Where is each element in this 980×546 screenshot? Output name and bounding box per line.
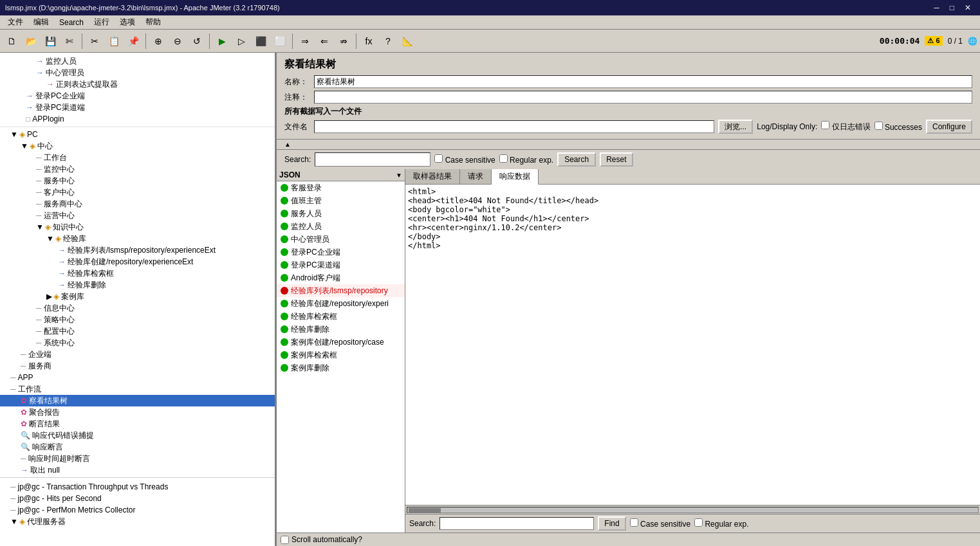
minimize-button[interactable]: ─ (930, 2, 943, 14)
tree-item-fuwushangzhongxin[interactable]: ─ 服务商中心 (0, 198, 275, 210)
tree-item-kehuzhongxin[interactable]: ─ 客户中心 (0, 187, 275, 198)
file-name-input[interactable] (314, 120, 714, 133)
json-list-item[interactable]: 登录PC企业端 (277, 246, 405, 259)
toolbar-templates[interactable]: 📐 (398, 32, 416, 50)
tree-item-applogin[interactable]: □ APPlogin (0, 113, 275, 125)
tree-item-duanyan[interactable]: ✿ 断言结果 (0, 418, 275, 430)
menu-options[interactable]: 选项 (115, 15, 140, 29)
tree-item-zhongxin-mgr[interactable]: → 中心管理员 (0, 67, 275, 78)
scroll-auto-checkbox[interactable] (281, 536, 289, 544)
tree-toggle[interactable]: ▼ (36, 223, 44, 232)
menu-edit[interactable]: 编辑 (28, 15, 54, 29)
toolbar-start[interactable]: ▶ (213, 32, 231, 50)
tree-toggle[interactable]: ▼ (10, 517, 18, 526)
toolbar-expand[interactable]: ⊕ (149, 32, 167, 50)
tab-sampler-result[interactable]: 取样器结果 (405, 169, 460, 184)
tree-item-jpcg3[interactable]: ─ jp@gc - PerfMon Metrics Collector (0, 504, 275, 516)
toolbar-remote-start[interactable]: ⇒ (296, 32, 314, 50)
tree-toggle[interactable]: ▼ (10, 130, 18, 139)
menu-run[interactable]: 运行 (89, 15, 115, 29)
toolbar-open[interactable]: 📂 (22, 32, 40, 50)
toolbar-cut[interactable]: ✂ (86, 32, 104, 50)
tree-item-jiankongzhongxin[interactable]: ─ 监控中心 (0, 163, 275, 175)
toolbar-stop[interactable]: ⬛ (252, 32, 270, 50)
tree-item-juhe[interactable]: ✿ 聚合报告 (0, 406, 275, 418)
tree-item-jingyanku-list[interactable]: → 经验库列表/lsmsp/repository/experienceExt (0, 244, 275, 256)
json-list-item[interactable]: Android客户端 (277, 271, 405, 284)
tree-item-response-assert[interactable]: 🔍 响应断言 (0, 441, 275, 453)
tree-item-anli[interactable]: ▶ ◈ 案例库 (0, 291, 275, 302)
toolbar-toggle[interactable]: ↺ (188, 32, 206, 50)
name-input[interactable] (314, 75, 972, 88)
tree-item-gongzuoliu[interactable]: ─ 工作流 (0, 383, 275, 395)
comment-input[interactable] (314, 91, 972, 104)
search-input[interactable] (315, 152, 430, 167)
tree-item-yunyingzhongxin[interactable]: ─ 运营中心 (0, 210, 275, 221)
json-list-item[interactable]: 服务人员 (277, 207, 405, 220)
tree-item-peizhi[interactable]: ─ 配置中心 (0, 325, 275, 337)
tree-item-jiankong[interactable]: → 监控人员 (0, 55, 275, 67)
toolbar-function-helper[interactable]: fx (360, 32, 378, 50)
json-list-item[interactable]: 案例库检索框 (277, 349, 405, 361)
toolbar-copy[interactable]: 📋 (105, 32, 123, 50)
json-dropdown-arrow[interactable]: ▼ (396, 172, 402, 179)
tree-toggle[interactable]: ▶ (46, 292, 52, 301)
menu-help[interactable]: 帮助 (140, 15, 166, 29)
maximize-button[interactable]: □ (946, 2, 958, 14)
tree-item-login-pc[interactable]: → 登录PC企业端 (0, 90, 275, 102)
tree-item-zhishizhongxin[interactable]: ▼ ◈ 知识中心 (0, 221, 275, 233)
find-button[interactable]: Find (598, 516, 625, 531)
bottom-case-checkbox[interactable] (630, 518, 638, 527)
json-list-item[interactable]: 客服登录 (277, 181, 405, 194)
toolbar-collapse[interactable]: ⊖ (169, 32, 187, 50)
tree-item-xinxi[interactable]: ─ 信息中心 (0, 302, 275, 314)
json-list-item[interactable]: 案例库创建/repository/case (277, 336, 405, 349)
tree-toggle[interactable]: ▼ (21, 141, 28, 150)
browse-button[interactable]: 浏览... (718, 120, 753, 134)
json-list-item[interactable]: 经验库创建/repository/experi (277, 297, 405, 310)
tree-item-fuwuzhongxin[interactable]: ─ 服务中心 (0, 175, 275, 187)
tree-item-response-code[interactable]: 🔍 响应代码错误捕提 (0, 430, 275, 441)
reset-button[interactable]: Reset (600, 152, 633, 167)
tree-item-jingyanku-search[interactable]: → 经验库检索框 (0, 268, 275, 279)
tree-item-jpcg1[interactable]: ─ jp@gc - Transaction Throughput vs Thre… (0, 481, 275, 493)
bottom-search-input[interactable] (439, 517, 594, 530)
tree-item-gongzuotai[interactable]: ─ 工作台 (0, 152, 275, 163)
toolbar-paste[interactable]: 📌 (124, 32, 142, 50)
json-list-item[interactable]: 中心管理员 (277, 233, 405, 246)
toolbar-shutdown[interactable]: ⬜ (271, 32, 289, 50)
toolbar-remote-shutdown[interactable]: ⇏ (335, 32, 353, 50)
case-sensitive-checkbox[interactable] (434, 154, 443, 163)
tree-item-qunull[interactable]: → 取出 null (0, 464, 275, 476)
json-list-item[interactable]: 登录PC渠道端 (277, 259, 405, 271)
tree-item-qiye[interactable]: ─ 企业端 (0, 349, 275, 360)
json-list-item[interactable]: 监控人员 (277, 220, 405, 233)
tree-item-celue[interactable]: ─ 策略中心 (0, 314, 275, 325)
json-list-item[interactable]: 经验库删除 (277, 323, 405, 336)
tree-item-xitong[interactable]: ─ 系统中心 (0, 337, 275, 349)
tree-item-zhongxin[interactable]: ▼ ◈ 中心 (0, 140, 275, 152)
tab-request[interactable]: 请求 (460, 169, 492, 184)
toolbar-new[interactable]: 🗋 (3, 32, 21, 50)
toolbar-revert[interactable]: ✄ (60, 32, 79, 50)
json-list-item[interactable]: 经验库检索框 (277, 310, 405, 323)
menu-search[interactable]: Search (54, 17, 89, 28)
tree-item-proxy[interactable]: ▼ ◈ 代理服务器 (0, 516, 275, 527)
tree-item-jpcg2[interactable]: ─ jp@gc - Hits per Second (0, 493, 275, 504)
error-log-checkbox[interactable] (821, 121, 829, 129)
tree-item-pc[interactable]: ▼ ◈ PC (0, 129, 275, 140)
tree-item-app[interactable]: ─ APP (0, 372, 275, 383)
close-button[interactable]: ✕ (961, 2, 975, 14)
tree-item-chakan-result[interactable]: ✿ 察看结果树 (0, 395, 275, 406)
tree-item-jingyanku-create[interactable]: → 经验库创建/repository/experienceExt (0, 256, 275, 268)
json-list-item[interactable]: 案例库删除 (277, 361, 405, 374)
tree-item-jingyanku[interactable]: ▼ ◈ 经验库 (0, 233, 275, 244)
tree-item-regex[interactable]: → 正则表达式提取器 (0, 78, 275, 90)
tree-item-response-time[interactable]: ─ 响应时间超时断言 (0, 453, 275, 464)
tree-item-login-pc2[interactable]: → 登录PC渠道端 (0, 102, 275, 113)
tab-response-data[interactable]: 响应数据 (492, 169, 539, 185)
search-button[interactable]: Search (557, 152, 596, 167)
bottom-regex-checkbox[interactable] (694, 518, 703, 527)
h-scrollbar[interactable] (405, 505, 980, 514)
tree-toggle[interactable]: ▼ (46, 234, 54, 243)
